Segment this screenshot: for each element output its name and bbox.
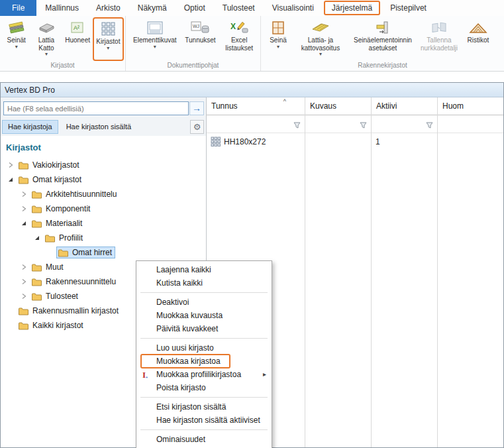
column-header-kuvaus[interactable]: Kuvaus — [305, 97, 371, 115]
chevron-expanded-icon[interactable] — [7, 176, 17, 183]
cell-huom[interactable] — [438, 133, 503, 150]
folder-icon — [18, 176, 29, 184]
library-item-icon — [211, 137, 221, 147]
menu-item-muokkaa-profiilikirjastoa[interactable]: I* Muokkaa profiilikirjastoa ▸ — [136, 368, 272, 381]
tree-item-label: Rakennesuunnittelu — [46, 277, 116, 286]
tab-visualisointi[interactable]: Visualisointi — [264, 0, 323, 16]
tab-arkisto[interactable]: Arkisto — [87, 0, 129, 16]
ristikot-button[interactable]: Ristikot — [461, 17, 495, 61]
folder-icon — [31, 292, 42, 301]
chevron-right-icon[interactable] — [21, 205, 30, 212]
lattia-katto-button[interactable]: Lattia Katto ▾ — [30, 17, 62, 61]
tree-item-arkkitehtisuunnittelu[interactable]: Arkkitehtisuunnittelu — [1, 187, 206, 201]
tallenna-nurkkadetalji-button[interactable]: Tallenna nurkkadetalji — [417, 17, 461, 61]
excel-listaukset-label: Excel listaukset — [220, 36, 258, 52]
search-input[interactable] — [3, 101, 189, 115]
menu-item-poista-kirjasto[interactable]: Poista kirjasto — [136, 381, 272, 394]
menu-separator — [140, 429, 268, 430]
menu-item-ominaisuudet[interactable]: Ominaisuudet — [136, 433, 272, 446]
filter-funnel-icon[interactable] — [360, 120, 367, 132]
filter-cell-aktiivi[interactable] — [372, 115, 437, 133]
column-header-tunnus[interactable]: Tunnus ^ — [207, 97, 305, 115]
seinat-button[interactable]: Seinät ▾ — [3, 17, 30, 61]
dropdown-icon: ▾ — [107, 46, 109, 50]
chevron-right-icon[interactable] — [21, 293, 30, 300]
seinaelementoinnin-asetukset-button[interactable]: Seinäelementoinnin asetukset — [348, 17, 417, 61]
filter-cell-kuvaus[interactable] — [305, 115, 371, 133]
tree-item-label: Tulosteet — [46, 292, 78, 301]
excel-listaukset-button[interactable]: X Excel listaukset — [219, 17, 259, 61]
menu-item-paivita-kuvakkeet[interactable]: Päivitä kuvakkeet — [136, 322, 272, 335]
submenu-arrow-icon: ▸ — [263, 368, 266, 381]
lattia-ja-kattovasoitus-button[interactable]: Lattia- ja kattovasoitus ▾ — [293, 17, 348, 61]
kirjastot-button[interactable]: Kirjastot ▾ — [93, 17, 124, 61]
settings-button[interactable]: ⚙ — [190, 120, 204, 134]
menu-item-etsi-kirjaston-sisalta[interactable]: Etsi kirjaston sisältä — [136, 400, 272, 414]
tree-item-materiaalit[interactable]: Materiaalit — [1, 216, 206, 231]
ribbon-group-rakennekirjastot: Seinä ▾ Lattia- ja kattovasoitus ▾ Seinä… — [261, 16, 504, 71]
tab-hae-kirjaston-sisalta[interactable]: Hae kirjaston sisältä — [61, 120, 136, 134]
excel-pencil-icon: X — [229, 19, 249, 36]
tab-file[interactable]: File — [0, 0, 36, 16]
search-go-button[interactable]: → — [189, 101, 204, 115]
tab-hae-kirjastoja[interactable]: Hae kirjastoja — [2, 120, 58, 134]
menu-item-muokkaa-kirjastoa[interactable]: Muokkaa kirjastoa — [136, 355, 272, 368]
menu-item-kutista-kaikki[interactable]: Kutista kaikki — [136, 276, 272, 290]
selected-tree-node[interactable]: Omat hirret — [56, 247, 115, 258]
group-label-dokumenttipohjat: Dokumenttipohjat — [126, 61, 260, 71]
tree-item-profiilit[interactable]: Profiilit — [1, 231, 206, 245]
tree-heading: Kirjastot — [6, 142, 206, 152]
cell-kuvaus[interactable] — [305, 133, 371, 150]
seina-button[interactable]: Seinä ▾ — [264, 17, 293, 61]
tree-item-vakiokirjastot[interactable]: Vakiokirjastot — [1, 158, 206, 172]
folder-icon — [31, 205, 42, 213]
tab-jarjestelma[interactable]: Järjestelmä — [324, 1, 380, 15]
huoneet-button[interactable]: A² Huoneet — [62, 17, 92, 61]
tree-item-label: Omat hirret — [72, 248, 112, 257]
filter-funnel-icon[interactable] — [293, 120, 301, 132]
folder-icon — [31, 278, 42, 286]
chevron-right-icon[interactable] — [21, 191, 30, 197]
tree-item-komponentit[interactable]: Komponentit — [1, 201, 206, 216]
column-header-huom[interactable]: Huom — [438, 97, 503, 115]
cell-tunnus[interactable]: HH180x272 — [207, 133, 305, 150]
menu-item-laajenna-kaikki[interactable]: Laajenna kaikki — [136, 263, 272, 276]
menu-separator — [140, 338, 268, 339]
filter-cell-tunnus[interactable] — [207, 115, 305, 133]
ribbon: Seinät ▾ Lattia Katto ▾ A² Huoneet — [0, 16, 504, 72]
tab-optiot[interactable]: Optiot — [176, 0, 214, 16]
menu-item-luo-uusi-kirjasto[interactable]: Luo uusi kirjasto — [136, 341, 272, 355]
filter-cell-huom[interactable] — [438, 115, 503, 133]
chevron-expanded-icon[interactable] — [21, 220, 30, 227]
elementtikuvat-button[interactable]: Elementtikuvat ▾ — [128, 17, 181, 61]
tab-nakyma[interactable]: Näkymä — [129, 0, 176, 16]
folder-icon — [18, 307, 29, 315]
tab-mallinnus[interactable]: Mallinnus — [36, 0, 87, 16]
svg-text:A²: A² — [74, 25, 79, 31]
kirjastot-label: Kirjastot — [96, 38, 120, 46]
search-mode-tabs: Hae kirjastoja Hae kirjaston sisältä — [2, 120, 189, 134]
tab-tulosteet[interactable]: Tulosteet — [214, 0, 264, 16]
menu-item-deaktivoi[interactable]: Deaktivoi — [136, 296, 272, 309]
folder-icon — [18, 161, 29, 170]
folder-icon — [44, 234, 56, 243]
chevron-right-icon[interactable] — [7, 162, 17, 168]
tunnukset-button[interactable]: WJ Tunnukset — [181, 17, 220, 61]
column-header-aktiivi[interactable]: Aktiivi — [372, 97, 437, 115]
menu-item-hae-kirjaston-sisalta-aktiiviset[interactable]: Hae kirjaston sisältä aktiiviset — [136, 414, 272, 427]
menu-item-muokkaa-kuvausta[interactable]: Muokkaa kuvausta — [136, 309, 272, 322]
chevron-expanded-icon[interactable] — [34, 235, 43, 241]
tree-item-omat-kirjastot[interactable]: Omat kirjastot — [1, 172, 206, 187]
chevron-right-icon[interactable] — [21, 264, 30, 270]
ribbon-group-kirjastot: Seinät ▾ Lattia Katto ▾ A² Huoneet — [0, 16, 126, 71]
tree-item-omat-hirret[interactable]: Omat hirret — [1, 245, 206, 260]
folder-icon — [31, 219, 42, 228]
huoneet-label: Huoneet — [65, 36, 90, 44]
group-label-rakennekirjastot: Rakennekirjastot — [261, 61, 504, 71]
row-tunnus-value: HH180x272 — [224, 137, 266, 146]
cell-aktiivi[interactable]: 1 — [372, 133, 437, 150]
filter-funnel-icon[interactable] — [426, 120, 433, 132]
tree-context-menu: Laajenna kaikki Kutista kaikki Deaktivoi… — [136, 260, 272, 448]
chevron-right-icon[interactable] — [21, 278, 30, 285]
tab-pistepilvet[interactable]: Pistepilvet — [381, 0, 435, 16]
